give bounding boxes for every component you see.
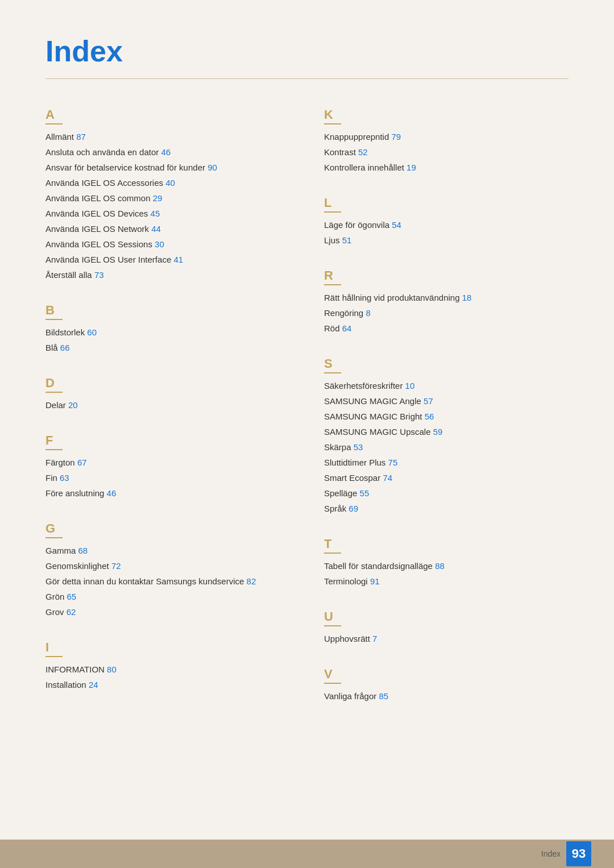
page-number: 41 (173, 255, 183, 264)
page-number: 29 (153, 193, 163, 203)
page-number: 10 (405, 381, 415, 391)
list-item: Vanliga frågor 85 (324, 688, 569, 704)
list-item: Röd 64 (324, 321, 569, 336)
page-number: 44 (151, 224, 161, 234)
page-number: 91 (370, 576, 380, 586)
section-letter: S (324, 356, 341, 373)
page-number: 24 (89, 680, 98, 690)
page-number: 72 (111, 561, 121, 571)
list-item: Installation 24 (45, 677, 290, 692)
list-item: INFORMATION 80 (45, 662, 290, 677)
section-letter: L (324, 196, 341, 213)
footer-label: Index (541, 849, 561, 858)
page-number: 66 (60, 343, 70, 352)
list-item: Använda IGEL OS common 29 (45, 190, 290, 206)
section-letter: F (45, 433, 63, 450)
page-number: 74 (383, 473, 392, 483)
list-item: Använda IGEL OS User Interface 41 (45, 252, 290, 267)
index-section-f: FFärgton 67Fin 63Före anslutning 46 (45, 433, 290, 501)
page-number: 60 (87, 327, 97, 337)
page-number: 82 (247, 576, 256, 586)
index-section-r: RRätt hållning vid produktanvändning 18R… (324, 268, 569, 336)
index-section-a: AAllmänt 87Ansluta och använda en dator … (45, 107, 290, 283)
page-number: 19 (406, 163, 416, 172)
list-item: Kontrast 52 (324, 144, 569, 160)
page-title: Index (45, 34, 569, 68)
list-item: SAMSUNG MAGIC Upscale 59 (324, 424, 569, 439)
page-number: 88 (435, 561, 445, 571)
list-item: Genomskinlighet 72 (45, 558, 290, 574)
list-item: Säkerhetsföreskrifter 10 (324, 378, 569, 393)
page-number: 53 (354, 442, 363, 452)
list-item: Gör detta innan du kontaktar Samsungs ku… (45, 574, 290, 589)
section-letter: I (45, 640, 63, 657)
list-item: Upphovsrätt 7 (324, 631, 569, 646)
footer-page-number: 93 (566, 841, 591, 866)
page-number: 64 (342, 323, 352, 333)
section-letter: T (324, 537, 341, 554)
list-item: Bildstorlek 60 (45, 325, 290, 340)
section-letter: R (324, 268, 341, 285)
list-item: Knappupprepntid 79 (324, 129, 569, 144)
index-section-s: SSäkerhetsföreskrifter 10SAMSUNG MAGIC A… (324, 356, 569, 516)
index-section-k: KKnappupprepntid 79Kontrast 52Kontroller… (324, 107, 569, 175)
index-section-d: DDelar 20 (45, 376, 290, 413)
list-item: Spelläge 55 (324, 485, 569, 501)
list-item: Läge för ögonvila 54 (324, 217, 569, 232)
page-number: 40 (165, 178, 175, 188)
page-number: 46 (107, 488, 117, 498)
index-section-g: GGamma 68Genomskinlighet 72Gör detta inn… (45, 521, 290, 620)
list-item: Använda IGEL OS Accessories 40 (45, 175, 290, 190)
list-item: Ansvar för betalservice kostnad för kund… (45, 160, 290, 175)
index-section-b: BBildstorlek 60Blå 66 (45, 303, 290, 355)
section-letter: A (45, 107, 63, 124)
index-content: AAllmänt 87Ansluta och använda en dator … (45, 107, 569, 724)
section-letter: U (324, 609, 341, 626)
page-number: 8 (366, 308, 370, 318)
list-item: Skärpa 53 (324, 439, 569, 455)
page-number: 62 (67, 607, 76, 617)
list-item: Smart Ecospar 74 (324, 470, 569, 485)
page-number: 85 (379, 691, 388, 701)
index-section-v: VVanliga frågor 85 (324, 667, 569, 704)
list-item: Rätt hållning vid produktanvändning 18 (324, 290, 569, 305)
page-number: 75 (388, 458, 398, 467)
page-number: 57 (424, 396, 433, 406)
section-letter: B (45, 303, 63, 320)
list-item: Blå 66 (45, 340, 290, 355)
page-number: 46 (161, 147, 171, 157)
section-letter: K (324, 107, 341, 124)
list-item: Kontrollera innehållet 19 (324, 160, 569, 175)
footer: Index 93 (0, 840, 614, 868)
page-number: 68 (78, 546, 88, 555)
section-letter: V (324, 667, 341, 684)
page-number: 65 (67, 592, 77, 601)
index-section-i: IINFORMATION 80Installation 24 (45, 640, 290, 692)
list-item: Gamma 68 (45, 543, 290, 558)
list-item: Fin 63 (45, 470, 290, 485)
list-item: Före anslutning 46 (45, 485, 290, 501)
list-item: Använda IGEL OS Network 44 (45, 221, 290, 236)
list-item: Sluttidtimer Plus 75 (324, 455, 569, 470)
list-item: Använda IGEL OS Sessions 30 (45, 236, 290, 252)
section-letter: G (45, 521, 63, 538)
list-item: Språk 69 (324, 501, 569, 516)
page-number: 30 (155, 239, 164, 249)
index-section-u: UUpphovsrätt 7 (324, 609, 569, 646)
list-item: Grön 65 (45, 589, 290, 604)
section-letter: D (45, 376, 63, 393)
list-item: Använda IGEL OS Devices 45 (45, 206, 290, 221)
list-item: Allmänt 87 (45, 129, 290, 144)
left-column: AAllmänt 87Ansluta och använda en dator … (45, 107, 290, 724)
page-number: 80 (107, 665, 117, 674)
page-number: 67 (77, 458, 87, 467)
page-number: 18 (462, 293, 472, 302)
list-item: Terminologi 91 (324, 574, 569, 589)
list-item: Färgton 67 (45, 455, 290, 470)
page-number: 87 (76, 132, 86, 142)
list-item: Delar 20 (45, 397, 290, 413)
page-number: 59 (433, 427, 443, 437)
page-number: 7 (372, 634, 377, 643)
page-number: 45 (151, 209, 160, 218)
index-section-l: LLäge för ögonvila 54Ljus 51 (324, 196, 569, 248)
